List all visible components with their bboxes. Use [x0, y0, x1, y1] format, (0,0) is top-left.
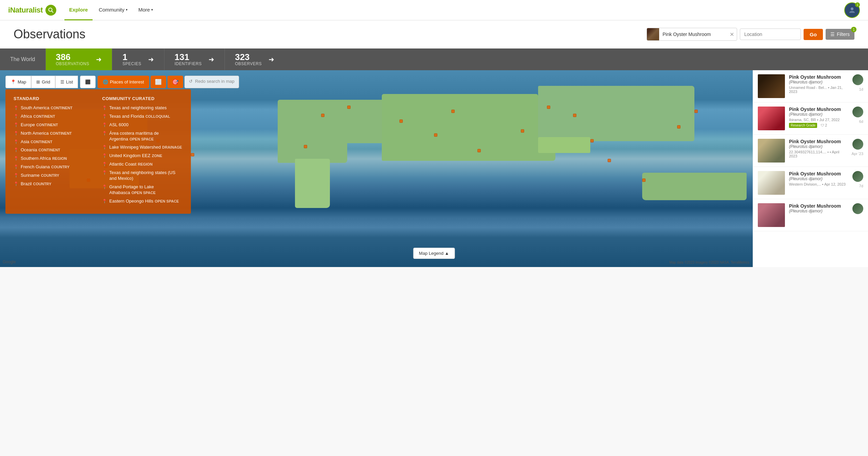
standard-place-item[interactable]: 📍 South AmericaCONTINENT — [14, 105, 94, 111]
species-stat[interactable]: 1 SPECIES ➜ — [112, 49, 164, 70]
pin-icon: 📍 — [102, 153, 107, 159]
standard-place-item[interactable]: 📍 Southern AfricaREGION — [14, 156, 94, 162]
nav-links: Explore Community ▾ More ▾ — [64, 0, 158, 20]
page-title: Observations — [14, 27, 85, 41]
obs-location: Unnamed Road - Bel... • Jan 21, 2023 — [789, 86, 848, 94]
draw-icon: ⬜ — [155, 79, 162, 85]
list-icon: ☰ — [60, 79, 64, 84]
obs-location: Ibirama, SC, BR • Jul 27, 2022 — [789, 118, 848, 122]
target-button[interactable]: 🎯 — [167, 76, 183, 88]
community-place-item[interactable]: 📍 Grand Portage to Lake AthabascaOPEN SP… — [102, 184, 182, 196]
pin-icon: 📍 — [14, 131, 19, 136]
obs-thumbnail — [758, 139, 785, 163]
pin-icon: 📍 — [102, 199, 107, 204]
redo-search-label: ↺ Redo search in map — [184, 76, 239, 88]
community-place-item[interactable]: 📍 Texas and FloridaCOLLOQUIAL — [102, 114, 182, 119]
observation-item[interactable]: Pink Oyster Mushroom (Pleurotus djamor) … — [753, 102, 868, 135]
obs-relative-date: 7d — [859, 184, 863, 188]
map-toolbar: 📍 Map ⊞ Grid ☰ List ⬛ 🌐 Places of Intere… — [5, 76, 239, 88]
community-place-item[interactable]: 📍 Texas and neighboring states — [102, 105, 182, 111]
navbar-right: 1 — [844, 2, 860, 18]
obs-sci-name: (Pleurotus djamor) — [789, 80, 848, 84]
standard-section-title: STANDARD — [14, 96, 94, 101]
standard-place-item[interactable]: 📍 AsiaCONTINENT — [14, 139, 94, 145]
community-place-item[interactable]: 📍 Área costera marítima de ArgentinaOPEN… — [102, 131, 182, 142]
user-avatar[interactable]: 1 — [844, 2, 860, 18]
standard-place-item[interactable]: 📍 OceaniaCONTINENT — [14, 147, 94, 153]
observers-stat[interactable]: 323 OBSERVERS ➜ — [224, 49, 284, 70]
standard-place-item[interactable]: 📍 BrazilCOUNTRY — [14, 181, 94, 187]
nav-more[interactable]: More ▾ — [134, 0, 158, 20]
observations-arrow-icon: ➜ — [96, 55, 102, 63]
filters-count-badge: 1 — [851, 27, 856, 32]
standard-place-item[interactable]: 📍 EuropeCONTINENT — [14, 122, 94, 128]
obs-info: Pink Oyster Mushroom (Pleurotus djamor) … — [789, 171, 848, 195]
obs-info: Pink Oyster Mushroom (Pleurotus djamor) … — [789, 139, 847, 163]
globe-icon: 🌐 — [103, 79, 108, 84]
brand-name-suffix: Naturalist — [10, 6, 43, 14]
community-place-item[interactable]: 📍 Lake Winnipeg WatershedDRAINAGE — [102, 145, 182, 150]
draw-button[interactable]: ⬜ — [151, 76, 166, 88]
community-place-item[interactable]: 📍 ASL 6000 — [102, 122, 182, 128]
obs-research-badge: Research Grade — [789, 123, 817, 128]
filters-button[interactable]: ☰ Filters 1 — [826, 29, 854, 40]
observation-item[interactable]: Pink Oyster Mushroom (Pleurotus djamor) — [753, 199, 868, 231]
list-view-button[interactable]: ☰ List — [55, 76, 78, 88]
filters-label: Filters — [837, 32, 850, 37]
species-clear-icon[interactable]: ✕ — [727, 31, 737, 38]
location-input[interactable] — [740, 28, 801, 40]
grid-view-button[interactable]: ⊞ Grid — [31, 76, 55, 88]
observation-item[interactable]: Pink Oyster Mushroom (Pleurotus djamor) … — [753, 135, 868, 167]
identifiers-arrow-icon: ➜ — [209, 55, 214, 63]
obs-relative-date: 6d — [859, 119, 863, 124]
layers-button[interactable]: ⬛ — [80, 76, 96, 88]
standard-place-item[interactable]: 📍 AfricaCONTINENT — [14, 114, 94, 119]
map-container: 📍 Map ⊞ Grid ☰ List ⬛ 🌐 Places of Intere… — [0, 70, 868, 267]
species-input[interactable] — [659, 29, 727, 40]
map-legend-button[interactable]: Map Legend ▲ — [413, 248, 455, 259]
community-items-list: 📍 Texas and neighboring states📍 Texas an… — [102, 105, 182, 204]
observations-stat[interactable]: 386 OBSERVATIONS ➜ — [45, 49, 112, 70]
community-place-item[interactable]: 📍 Texas and neighboring states (US and M… — [102, 170, 182, 182]
filter-icon: ☰ — [830, 32, 835, 37]
obs-thumbnail — [758, 171, 785, 195]
map-view-button[interactable]: 📍 Map — [5, 76, 31, 88]
identifiers-stat[interactable]: 131 IDENTIFIERS ➜ — [164, 49, 224, 70]
community-place-item[interactable]: 📍 Atlantic CoastREGION — [102, 162, 182, 167]
community-place-item[interactable]: 📍 Eastern Opeongo HillsOPEN SPACE — [102, 198, 182, 204]
observation-item[interactable]: Pink Oyster Mushroom (Pleurotus djamor) … — [753, 70, 868, 102]
global-search-icon[interactable] — [45, 5, 56, 16]
obs-location: 22.3049327611,114.... • • April 2023 — [789, 150, 847, 158]
grid-icon: ⊞ — [36, 79, 40, 84]
pin-icon: 📍 — [102, 145, 107, 150]
community-place-item[interactable]: 📍 United Kingdom EEZZONE — [102, 153, 182, 159]
brand[interactable]: iNaturalist — [8, 5, 56, 16]
standard-place-item[interactable]: 📍 North AmericaCONTINENT — [14, 131, 94, 136]
search-row: ✕ Go ☰ Filters 1 — [647, 28, 854, 41]
obs-user-avatar — [852, 203, 863, 214]
pin-icon: 📍 — [14, 148, 19, 153]
pin-icon: 📍 — [14, 114, 19, 119]
standard-place-item[interactable]: 📍 French GuianaCOUNTRY — [14, 164, 94, 170]
svg-point-2 — [851, 7, 853, 10]
obs-relative-date: 1d — [859, 87, 863, 91]
nav-explore[interactable]: Explore — [64, 0, 93, 20]
world-label: The World — [0, 49, 45, 70]
obs-shield-badge: 🛡 2 — [821, 124, 827, 127]
pin-icon: 📍 — [14, 139, 19, 145]
obs-user-avatar — [852, 171, 863, 182]
nav-community[interactable]: Community ▾ — [94, 0, 132, 20]
places-of-interest-button[interactable]: 🌐 Places of Interest — [98, 76, 149, 88]
observation-item[interactable]: Pink Oyster Mushroom (Pleurotus djamor) … — [753, 167, 868, 199]
go-button[interactable]: Go — [804, 29, 823, 40]
species-thumbnail — [647, 28, 659, 40]
pin-icon: 📍 — [14, 165, 19, 170]
pin-icon: 📍 — [14, 182, 19, 187]
obs-user-avatar — [852, 107, 863, 117]
obs-sci-name: (Pleurotus djamor) — [789, 209, 848, 213]
community-chevron-icon: ▾ — [126, 8, 127, 12]
community-places-col: COMMUNITY CURATED 📍 Texas and neighborin… — [102, 96, 182, 207]
species-count: 1 — [122, 53, 141, 61]
obs-user-avatar — [852, 74, 863, 85]
standard-place-item[interactable]: 📍 SurinameCOUNTRY — [14, 173, 94, 178]
